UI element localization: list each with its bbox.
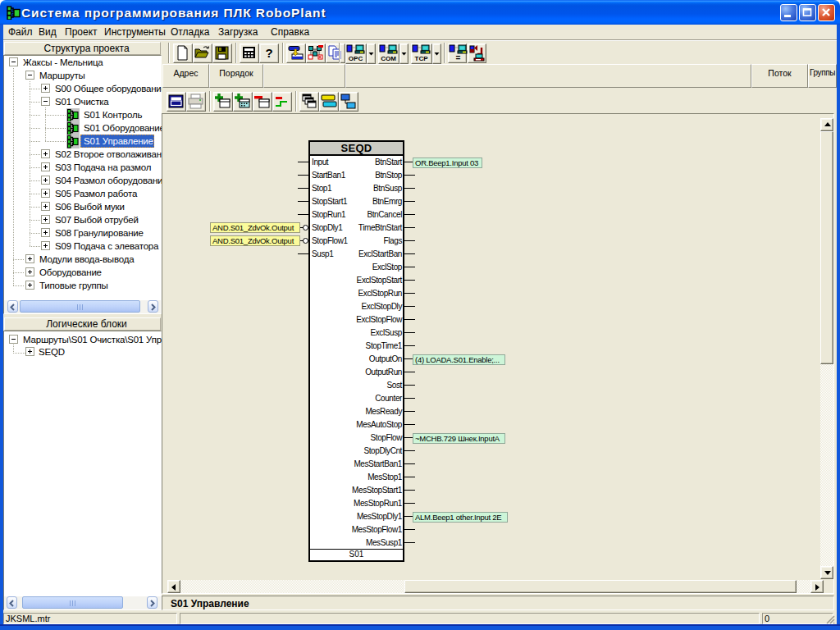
svg-text:TCP: TCP: [415, 55, 429, 62]
svg-text:OPC: OPC: [349, 55, 363, 62]
svg-text:=: =: [456, 53, 461, 62]
svg-text:COM: COM: [381, 55, 396, 62]
